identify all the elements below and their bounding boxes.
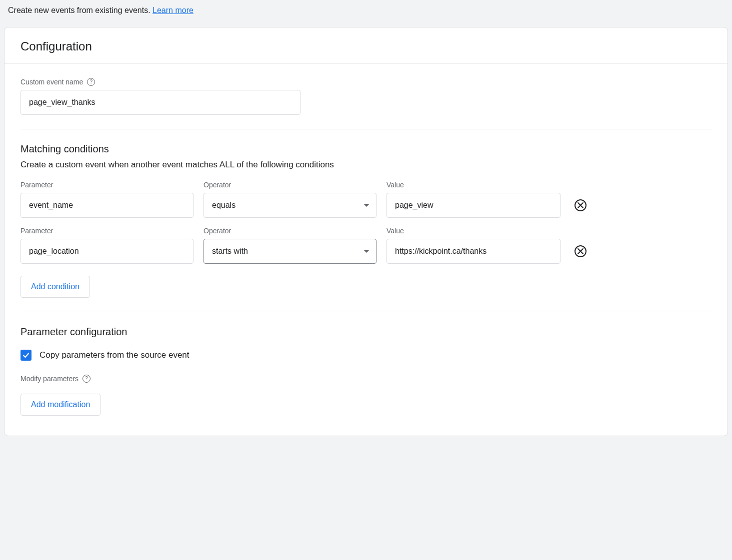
custom-event-name-label-text: Custom event name: [20, 78, 83, 86]
card-header: Configuration: [4, 27, 728, 64]
close-icon: [578, 248, 584, 254]
parameter-label: Parameter: [20, 181, 194, 189]
value-label: Value: [386, 227, 560, 235]
custom-event-name-label: Custom event name ?: [20, 78, 712, 86]
help-icon[interactable]: ?: [87, 78, 95, 86]
add-condition-button[interactable]: Add condition: [20, 276, 90, 298]
help-icon[interactable]: ?: [82, 375, 90, 383]
parameter-input[interactable]: [20, 239, 194, 264]
custom-event-name-input[interactable]: [20, 90, 300, 115]
operator-label: Operator: [204, 227, 376, 235]
parameter-configuration-title: Parameter configuration: [20, 326, 712, 338]
operator-label: Operator: [204, 181, 376, 189]
condition-row: Parameter Operator Value: [20, 181, 712, 218]
matching-conditions-desc: Create a custom event when another event…: [20, 160, 712, 170]
divider: [20, 312, 712, 312]
condition-row: Parameter Operator Value: [20, 227, 712, 264]
value-label: Value: [386, 181, 560, 189]
remove-condition-button[interactable]: [574, 199, 586, 211]
configuration-card: Configuration Custom event name ? Matchi…: [4, 27, 728, 436]
intro-description: Create new events from existing events.: [8, 6, 152, 14]
copy-parameters-checkbox[interactable]: [20, 350, 32, 361]
modify-parameters-label: Modify parameters ?: [20, 375, 712, 383]
close-icon: [578, 202, 584, 208]
divider: [20, 129, 712, 129]
operator-select[interactable]: [204, 239, 376, 264]
value-input[interactable]: [386, 239, 560, 264]
add-modification-button[interactable]: Add modification: [20, 394, 100, 416]
modify-parameters-label-text: Modify parameters: [20, 375, 78, 383]
matching-conditions-title: Matching conditions: [20, 143, 712, 155]
learn-more-link[interactable]: Learn more: [152, 6, 194, 14]
parameter-label: Parameter: [20, 227, 194, 235]
value-input[interactable]: [386, 193, 560, 218]
page-title: Configuration: [20, 39, 712, 53]
parameter-input[interactable]: [20, 193, 194, 218]
intro-text: Create new events from existing events. …: [4, 0, 728, 27]
operator-select[interactable]: [204, 193, 376, 218]
check-icon: [22, 351, 30, 359]
copy-parameters-label: Copy parameters from the source event: [40, 350, 190, 360]
remove-condition-button[interactable]: [574, 245, 586, 257]
